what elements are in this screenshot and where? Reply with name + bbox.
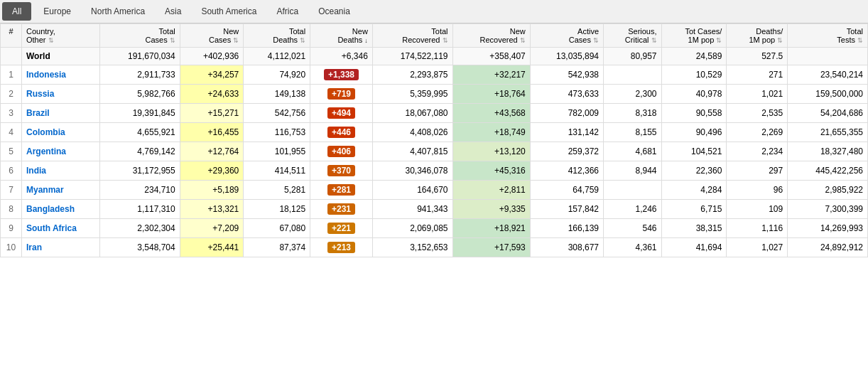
new-deaths-badge: +370 [327,165,355,176]
row-total-tests: 54,204,686 [788,104,868,123]
country-link[interactable]: Russia [26,89,54,99]
row-rank: 4 [1,123,22,142]
row-country: Myanmar [22,181,100,200]
world-active-cases: 13,035,894 [530,48,603,65]
world-total-deaths: 4,112,021 [244,48,310,65]
row-new-recovered: +18,749 [452,123,530,142]
row-new-cases: +16,455 [180,123,244,142]
row-new-deaths: +1,338 [310,65,373,85]
row-deaths-1m: 1,027 [727,238,788,257]
table-row: 1 Indonesia 2,911,733 +34,257 74,920 +1,… [1,65,868,85]
row-new-recovered: +17,593 [452,238,530,257]
tab-north-america[interactable]: North America [81,2,155,21]
row-total-tests: 18,327,480 [788,142,868,161]
row-serious: 2,300 [604,85,662,104]
row-total-cases: 2,911,733 [100,65,180,85]
table-row: 2 Russia 5,982,766 +24,633 149,138 +719 … [1,85,868,104]
world-total-tests [788,48,868,65]
row-new-cases: +7,209 [180,219,244,238]
row-rank: 3 [1,104,22,123]
col-total-tests[interactable]: TotalTests ⇅ [788,24,868,48]
country-link[interactable]: Argentina [26,146,66,156]
tab-all[interactable]: All [2,2,31,21]
tab-oceania[interactable]: Oceania [308,2,360,21]
col-new-deaths[interactable]: NewDeaths ↓ [310,24,373,48]
col-new-recovered[interactable]: NewRecovered ⇅ [452,24,530,48]
col-total-recovered[interactable]: TotalRecovered ⇅ [372,24,452,48]
country-link[interactable]: Iran [26,242,42,252]
new-deaths-badge: +221 [327,223,355,234]
row-country: Argentina [22,142,100,161]
country-link[interactable]: Myanmar [26,185,64,195]
row-new-recovered: +18,764 [452,85,530,104]
row-new-deaths: +719 [310,85,373,104]
country-link[interactable]: South Africa [26,223,77,233]
row-new-deaths: +213 [310,238,373,257]
row-total-tests: 445,422,256 [788,161,868,181]
row-active-cases: 166,139 [530,219,603,238]
new-deaths-badge: +231 [327,203,355,215]
row-total-deaths: 67,080 [244,219,310,238]
country-link[interactable]: Bangladesh [26,204,75,214]
row-new-deaths: +221 [310,219,373,238]
row-new-deaths: +446 [310,123,373,142]
row-rank: 7 [1,181,22,200]
row-deaths-1m: 109 [727,200,788,219]
row-tot-1m: 40,978 [661,85,727,104]
row-new-cases: +13,321 [180,200,244,219]
row-total-recovered: 5,359,995 [372,85,452,104]
col-deaths-1m[interactable]: Deaths/1M pop ⇅ [727,24,788,48]
row-total-deaths: 5,281 [244,181,310,200]
new-deaths-badge: +281 [327,184,355,196]
row-new-cases: +5,189 [180,181,244,200]
new-deaths-badge: +494 [327,107,355,119]
table-row: 6 India 31,172,955 +29,360 414,511 +370 … [1,161,868,181]
col-tot-cases-1m[interactable]: Tot Cases/1M pop ⇅ [661,24,727,48]
row-active-cases: 157,842 [530,200,603,219]
row-country: Iran [22,238,100,257]
row-serious: 4,681 [604,142,662,161]
row-new-deaths: +281 [310,181,373,200]
col-total-deaths[interactable]: TotalDeaths ⇅ [244,24,310,48]
row-country: Brazil [22,104,100,123]
row-total-deaths: 18,125 [244,200,310,219]
row-active-cases: 64,759 [530,181,603,200]
col-active-cases[interactable]: ActiveCases ⇅ [530,24,603,48]
row-active-cases: 259,372 [530,142,603,161]
country-link[interactable]: Colombia [26,127,65,137]
row-total-cases: 234,710 [100,181,180,200]
row-deaths-1m: 271 [727,65,788,85]
table-row: 5 Argentina 4,769,142 +12,764 101,955 +4… [1,142,868,161]
row-total-deaths: 74,920 [244,65,310,85]
row-total-cases: 5,982,766 [100,85,180,104]
world-total-recovered: 174,522,119 [372,48,452,65]
row-total-recovered: 4,408,026 [372,123,452,142]
row-tot-1m: 104,521 [661,142,727,161]
row-deaths-1m: 2,269 [727,123,788,142]
col-country[interactable]: Country,Other ⇅ [22,24,100,48]
row-new-recovered: +18,921 [452,219,530,238]
table-row: 10 Iran 3,548,704 +25,441 87,374 +213 3,… [1,238,868,257]
country-link[interactable]: Indonesia [26,70,66,80]
country-link[interactable]: Brazil [26,108,50,118]
col-serious[interactable]: Serious,Critical ⇅ [604,24,662,48]
row-new-recovered: +45,316 [452,161,530,181]
tab-asia[interactable]: Asia [155,2,191,21]
tab-south-america[interactable]: South America [191,2,266,21]
tab-europe[interactable]: Europe [33,2,81,21]
row-tot-1m: 22,360 [661,161,727,181]
tab-africa[interactable]: Africa [266,2,308,21]
col-rank[interactable]: # [1,24,22,48]
row-new-deaths: +494 [310,104,373,123]
row-total-deaths: 542,756 [244,104,310,123]
row-total-cases: 4,769,142 [100,142,180,161]
col-total-cases[interactable]: TotalCases ⇅ [100,24,180,48]
country-link[interactable]: India [26,166,46,176]
row-total-deaths: 149,138 [244,85,310,104]
row-total-recovered: 941,343 [372,200,452,219]
row-country: Colombia [22,123,100,142]
row-active-cases: 542,938 [530,65,603,85]
row-deaths-1m: 297 [727,161,788,181]
table-row: 8 Bangladesh 1,117,310 +13,321 18,125 +2… [1,200,868,219]
col-new-cases[interactable]: NewCases ⇅ [180,24,244,48]
